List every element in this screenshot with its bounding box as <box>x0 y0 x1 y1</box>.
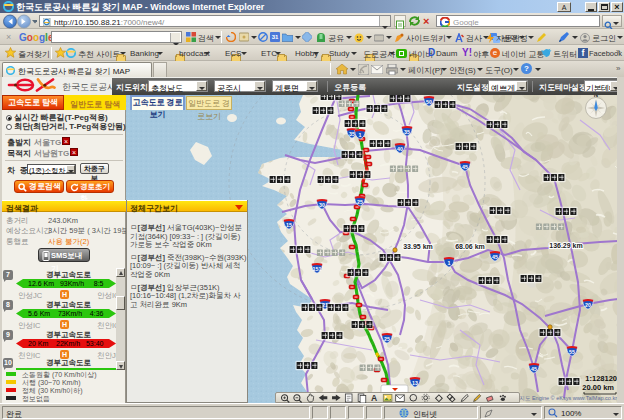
svg-text:13: 13 <box>412 380 418 386</box>
svg-text:A: A <box>371 393 377 403</box>
svg-text:30: 30 <box>319 202 325 208</box>
svg-text:33.95 km: 33.95 km <box>403 243 433 250</box>
svg-text:1: 1 <box>359 132 362 138</box>
svg-text:5.6 Km 73Km/h 4:36: 5.6 Km 73Km/h 4:36 <box>28 310 104 317</box>
svg-text:1: 1 <box>448 260 451 266</box>
svg-text:136.29 km: 136.29 km <box>549 242 582 249</box>
svg-text:45: 45 <box>492 254 498 260</box>
svg-text:35: 35 <box>404 129 410 135</box>
svg-text:40: 40 <box>397 146 403 152</box>
svg-text:12.6 Km 93Km/h 8:5: 12.6 Km 93Km/h 8:5 <box>28 280 104 287</box>
svg-text:68.06 km: 68.06 km <box>455 243 485 250</box>
svg-text:지도 Engine © eKsys www.TalMap.c: 지도 Engine © eKsys www.TalMap.co.kr <box>519 395 617 401</box>
svg-text:50: 50 <box>426 99 432 105</box>
svg-text:N: N <box>594 95 598 98</box>
svg-text:20.00 km: 20.00 km <box>582 383 614 392</box>
svg-text:55: 55 <box>569 349 575 355</box>
svg-text:20: 20 <box>585 302 591 308</box>
svg-text:35: 35 <box>349 131 355 137</box>
svg-text:151: 151 <box>313 266 322 272</box>
svg-text:1:128120: 1:128120 <box>585 374 617 383</box>
svg-text:45: 45 <box>462 164 468 170</box>
svg-text:25: 25 <box>384 336 390 342</box>
svg-text:20 Km 22Km/h 53:40: 20 Km 22Km/h 53:40 <box>28 340 104 347</box>
svg-text:15: 15 <box>286 222 292 228</box>
svg-text:25: 25 <box>357 199 363 205</box>
svg-text:45: 45 <box>531 366 537 372</box>
